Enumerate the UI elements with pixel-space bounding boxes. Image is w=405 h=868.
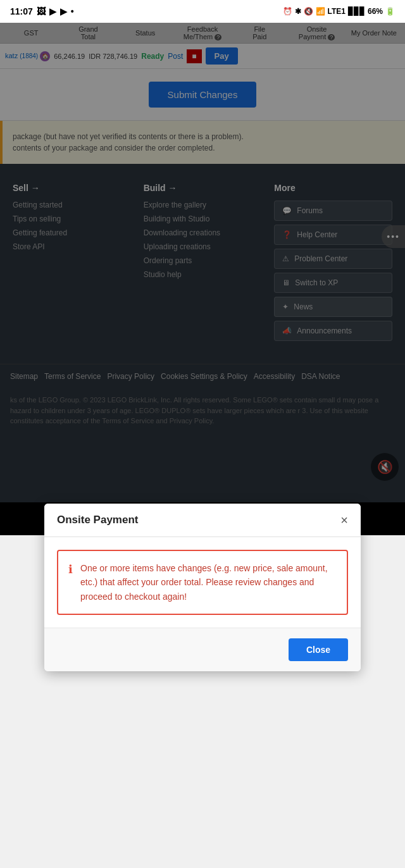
media-icon: ▶ <box>60 6 67 16</box>
modal-close-x-button[interactable]: × <box>340 514 348 526</box>
close-modal-button[interactable]: Close <box>289 638 348 661</box>
page-background: GST GrandTotal Status FeedbackMe/Them ? … <box>0 23 405 502</box>
onsite-payment-modal: Onsite Payment × ℹ One or more items hav… <box>44 504 361 671</box>
modal-body: ℹ One or more items have changes (e.g. n… <box>44 537 361 628</box>
modal-alert-box: ℹ One or more items have changes (e.g. n… <box>57 550 348 615</box>
modal-overlay: Onsite Payment × ℹ One or more items hav… <box>0 23 405 504</box>
signal-label: LTE1 <box>328 7 346 16</box>
alarm-icon: ⏰ <box>283 7 292 16</box>
youtube-icon: ▶ <box>49 6 56 16</box>
dot-indicator: • <box>71 6 74 16</box>
time-display: 11:07 <box>10 6 33 16</box>
status-bar: 11:07 🖼 ▶ ▶ • ⏰ ✱ 🔇 📶 LTE1 ▊▊▊ 66% 🔋 <box>0 0 405 23</box>
status-bar-right: ⏰ ✱ 🔇 📶 LTE1 ▊▊▊ 66% 🔋 <box>283 7 395 16</box>
signal-bars: ▊▊▊ <box>348 7 365 16</box>
modal-title: Onsite Payment <box>57 514 139 526</box>
alert-message: One or more items have changes (e.g. new… <box>80 561 337 604</box>
mute-icon: 🔇 <box>304 7 313 16</box>
wifi-icon: 📶 <box>316 7 325 16</box>
battery-level: 66% <box>368 7 383 16</box>
modal-header: Onsite Payment × <box>44 504 361 537</box>
bluetooth-icon: ✱ <box>295 7 301 16</box>
alert-icon: ℹ <box>68 562 73 576</box>
battery-icon: 🔋 <box>385 7 395 16</box>
modal-footer: Close <box>44 628 361 671</box>
status-bar-left: 11:07 🖼 ▶ ▶ • <box>10 6 74 16</box>
photo-icon: 🖼 <box>37 6 46 16</box>
